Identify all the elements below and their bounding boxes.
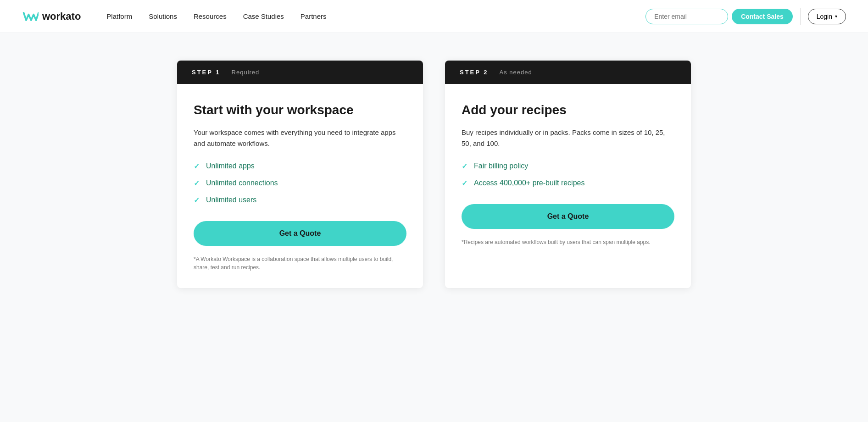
main-content: STEP 1 Required Start with your workspac… (159, 61, 709, 288)
nav-case-studies[interactable]: Case Studies (243, 12, 284, 20)
feature-item: ✓ Access 400,000+ pre-built recipes (462, 179, 674, 188)
login-label: Login (817, 13, 832, 20)
nav-right: Contact Sales Login ▾ (645, 8, 846, 25)
card-2-features: ✓ Fair billing policy ✓ Access 400,000+ … (462, 162, 674, 188)
get-quote-button-2[interactable]: Get a Quote (462, 204, 674, 229)
feature-item: ✓ Unlimited connections (194, 179, 406, 188)
nav-partners[interactable]: Partners (300, 12, 327, 20)
card-1-header: STEP 1 Required (177, 61, 423, 84)
feature-label: Unlimited users (206, 196, 256, 204)
feature-item: ✓ Fair billing policy (462, 162, 674, 171)
logo[interactable]: workato (22, 10, 81, 23)
email-input[interactable] (645, 9, 728, 24)
feature-label: Unlimited connections (206, 179, 278, 187)
card-workspace: STEP 1 Required Start with your workspac… (177, 61, 423, 288)
card-1-footnote: *A Workato Workspace is a collaboration … (194, 255, 406, 272)
nav-links: Platform Solutions Resources Case Studie… (106, 12, 627, 20)
card-2-footnote: *Recipes are automated workflows built b… (462, 238, 674, 246)
card-1-step: STEP 1 (192, 69, 221, 76)
nav-divider (800, 8, 801, 25)
get-quote-button-1[interactable]: Get a Quote (194, 221, 406, 246)
card-1-body: Start with your workspace Your workspace… (177, 84, 423, 288)
card-2-step: STEP 2 (460, 69, 489, 76)
feature-item: ✓ Unlimited users (194, 196, 406, 205)
card-2-desc: Buy recipes individually or in packs. Pa… (462, 127, 674, 149)
check-icon: ✓ (194, 196, 200, 205)
nav-platform[interactable]: Platform (106, 12, 132, 20)
login-button[interactable]: Login ▾ (808, 9, 846, 24)
card-recipes: STEP 2 As needed Add your recipes Buy re… (445, 61, 691, 288)
contact-sales-button[interactable]: Contact Sales (732, 9, 793, 24)
card-1-title: Start with your workspace (194, 102, 406, 118)
card-2-body: Add your recipes Buy recipes individuall… (445, 84, 691, 263)
card-2-step-sub: As needed (500, 69, 532, 76)
navbar: workato Platform Solutions Resources Cas… (0, 0, 868, 33)
check-icon: ✓ (462, 162, 467, 171)
card-1-desc: Your workspace comes with everything you… (194, 127, 406, 149)
card-2-header: STEP 2 As needed (445, 61, 691, 84)
check-icon: ✓ (194, 162, 200, 171)
chevron-down-icon: ▾ (835, 14, 837, 19)
workato-logo-icon (22, 10, 39, 23)
nav-solutions[interactable]: Solutions (149, 12, 177, 20)
feature-label: Access 400,000+ pre-built recipes (474, 179, 584, 187)
card-2-title: Add your recipes (462, 102, 674, 118)
feature-label: Fair billing policy (474, 162, 528, 170)
logo-text: workato (42, 11, 81, 22)
card-1-features: ✓ Unlimited apps ✓ Unlimited connections… (194, 162, 406, 205)
check-icon: ✓ (194, 179, 200, 188)
nav-resources[interactable]: Resources (194, 12, 227, 20)
feature-label: Unlimited apps (206, 162, 255, 170)
feature-item: ✓ Unlimited apps (194, 162, 406, 171)
card-1-step-sub: Required (232, 69, 260, 76)
check-icon: ✓ (462, 179, 467, 188)
